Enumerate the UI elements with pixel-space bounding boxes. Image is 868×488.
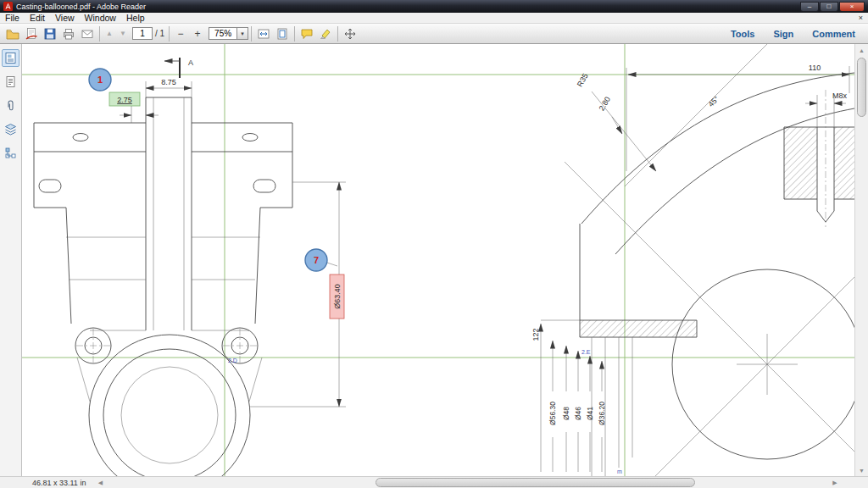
model-tree-icon bbox=[4, 147, 17, 159]
svg-text:7: 7 bbox=[314, 255, 319, 265]
fit-width-icon bbox=[257, 27, 270, 41]
balloon-1[interactable]: 1 bbox=[89, 69, 111, 91]
print-button[interactable] bbox=[59, 25, 78, 42]
page-thumbnails-icon bbox=[4, 52, 17, 64]
zone-ref-2d: 2.D bbox=[228, 358, 237, 363]
sidebar-layers-button[interactable] bbox=[2, 120, 19, 138]
sidebar-thumbnails-button[interactable] bbox=[2, 49, 19, 67]
page-size-label: 46.81 x 33.11 in bbox=[0, 479, 94, 487]
zoom-level-select[interactable]: 75% bbox=[209, 27, 237, 40]
scrollbar-corner bbox=[854, 477, 868, 488]
dim-dia-48: Ø48 bbox=[562, 407, 570, 420]
navigation-pane bbox=[0, 44, 22, 476]
pan-zoom-button[interactable] bbox=[341, 25, 359, 42]
green-guide-lines bbox=[22, 44, 854, 476]
zoom-in-button[interactable]: + bbox=[189, 26, 206, 42]
adobe-send-icon bbox=[25, 27, 38, 41]
window-controls: – □ × bbox=[800, 2, 865, 12]
highlight-tool-button[interactable] bbox=[316, 25, 335, 42]
left-view bbox=[34, 97, 292, 476]
scroll-down-arrow[interactable]: ▼ bbox=[855, 464, 868, 476]
menubar-close-icon[interactable]: × bbox=[854, 14, 868, 22]
vertical-scrollbar-thumb[interactable] bbox=[857, 58, 866, 117]
horizontal-scrollbar[interactable]: ◀ ▶ bbox=[94, 477, 854, 488]
menubar: File Edit View Window Help × bbox=[0, 13, 868, 24]
dim-dia-highlight: Ø63.40 bbox=[333, 284, 342, 309]
section-label: A bbox=[188, 58, 193, 67]
fit-page-button[interactable] bbox=[273, 25, 292, 42]
minimize-button[interactable]: – bbox=[800, 2, 819, 12]
menu-item-window[interactable]: Window bbox=[80, 13, 121, 24]
paperclip-icon bbox=[4, 99, 17, 112]
fit-page-icon bbox=[275, 27, 289, 41]
page-count-label: / 1 bbox=[155, 29, 164, 38]
page-number-input[interactable] bbox=[132, 27, 153, 40]
toolbar-separator bbox=[294, 26, 295, 42]
pdf-app-icon bbox=[3, 2, 13, 11]
scroll-right-arrow[interactable]: ▶ bbox=[829, 477, 841, 488]
close-button[interactable]: × bbox=[839, 2, 865, 12]
zone-ref-2e: 2.E bbox=[581, 349, 591, 355]
vertical-scrollbar[interactable]: ▲ ▼ bbox=[854, 44, 868, 476]
save-button[interactable] bbox=[41, 25, 59, 42]
fit-width-button[interactable] bbox=[254, 25, 273, 42]
dim-height-122: 122 bbox=[531, 328, 540, 341]
horizontal-scrollbar-thumb[interactable] bbox=[376, 478, 695, 487]
open-button[interactable] bbox=[3, 25, 22, 42]
zoom-out-button[interactable]: − bbox=[172, 26, 189, 42]
balloon-7[interactable]: 7 bbox=[305, 249, 337, 271]
toolbar-separator bbox=[99, 26, 100, 42]
comment-bubble-icon bbox=[300, 27, 314, 41]
dim-dia-41: Ø41 bbox=[586, 407, 594, 420]
dim-length-110: 110 bbox=[809, 64, 821, 72]
scroll-up-arrow[interactable]: ▲ bbox=[855, 44, 868, 56]
window-title: Casting-ballooned.pdf - Adobe Reader bbox=[16, 3, 800, 11]
dim-thread-m8: M8x bbox=[832, 92, 848, 100]
menu-item-help[interactable]: Help bbox=[121, 13, 150, 24]
maximize-button[interactable]: □ bbox=[820, 2, 838, 12]
bookmarks-icon bbox=[4, 75, 17, 88]
dim-dia-46: Ø46 bbox=[574, 407, 582, 420]
adobe-send-button[interactable] bbox=[22, 25, 41, 42]
comment-button[interactable]: Comment bbox=[803, 24, 865, 43]
layers-icon bbox=[4, 123, 17, 136]
right-view bbox=[565, 44, 854, 476]
svg-text:1: 1 bbox=[97, 75, 103, 85]
open-folder-icon bbox=[6, 27, 19, 41]
email-button[interactable] bbox=[78, 25, 97, 42]
scroll-left-arrow[interactable]: ◀ bbox=[94, 477, 106, 488]
toolbar: ▲ ▼ / 1 − + 75% ▾ bbox=[0, 24, 868, 44]
zone-ref-m: m bbox=[617, 469, 622, 474]
left-view-dimensions: 8.75 A 2.75 Ø63.40 bbox=[109, 58, 346, 407]
drawing-svg: 8.75 A 2.75 Ø63.40 bbox=[22, 44, 854, 476]
highlighter-icon bbox=[319, 27, 332, 41]
dim-offset-green: 2.75 bbox=[117, 96, 132, 104]
sidebar-bookmarks-button[interactable] bbox=[2, 73, 19, 91]
dim-dia-5630: Ø56.30 bbox=[548, 402, 557, 425]
sidebar-model-tree-button[interactable] bbox=[2, 144, 19, 162]
save-floppy-icon bbox=[43, 27, 57, 41]
toolbar-right-group: Tools Sign Comment bbox=[721, 24, 865, 43]
main-area: 8.75 A 2.75 Ø63.40 bbox=[0, 44, 868, 476]
document-canvas[interactable]: 8.75 A 2.75 Ø63.40 bbox=[22, 44, 854, 476]
dim-depth-280: 2.80 bbox=[598, 95, 612, 112]
menu-item-edit[interactable]: Edit bbox=[25, 13, 50, 24]
adobe-reader-window: Casting-ballooned.pdf - Adobe Reader – □… bbox=[0, 0, 868, 488]
toolbar-separator bbox=[251, 26, 252, 42]
right-view-dimensions: 110 M8x R35 2.80 45° bbox=[531, 64, 849, 474]
sidebar-attachments-button[interactable] bbox=[2, 97, 19, 114]
menu-item-file[interactable]: File bbox=[0, 13, 25, 24]
previous-page-button[interactable]: ▲ bbox=[103, 25, 116, 42]
zoom-dropdown-arrow[interactable]: ▾ bbox=[237, 27, 248, 40]
email-icon bbox=[81, 27, 94, 41]
menu-item-view[interactable]: View bbox=[50, 13, 80, 24]
print-icon bbox=[62, 27, 75, 41]
pan-arrows-icon bbox=[343, 27, 357, 41]
sign-button[interactable]: Sign bbox=[764, 24, 803, 43]
dim-angle-45: 45° bbox=[707, 94, 721, 108]
next-page-button[interactable]: ▼ bbox=[116, 25, 130, 42]
dim-dia-3620: Ø36.20 bbox=[598, 402, 606, 425]
dim-width-top: 8.75 bbox=[161, 78, 176, 86]
comment-tool-button[interactable] bbox=[298, 25, 316, 42]
tools-button[interactable]: Tools bbox=[721, 24, 765, 43]
